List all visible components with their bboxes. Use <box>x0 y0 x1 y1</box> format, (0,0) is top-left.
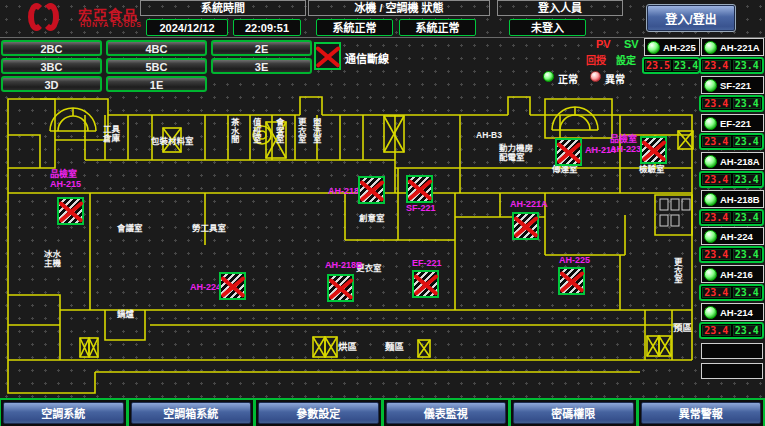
sv-label: SV <box>624 38 639 50</box>
room-label: 檢驗室 <box>639 165 665 174</box>
equipment-values: 23.4 23.4 <box>699 57 764 74</box>
login-logout-button[interactable]: 登入/登出 <box>647 5 735 31</box>
chiller-status-value: 系統正常 <box>316 19 393 36</box>
status-led-icon <box>704 79 717 92</box>
equipment-row[interactable]: SF-221 <box>701 76 764 94</box>
hmi-screen: 宏亞食品 HUNYA FOODS 系統時間 2024/12/12 22:09:5… <box>0 0 765 426</box>
nav-ahu-system-button[interactable]: 空調箱系統 <box>131 402 252 424</box>
equipment-row[interactable]: AH-214 <box>701 303 764 321</box>
bottom-nav: 空調系統 空調箱系統 參數設定 儀表監視 密碼權限 異常警報 <box>0 398 765 426</box>
sv-value: 23.4 <box>733 98 762 109</box>
company-name-en: HUNYA FOODS <box>80 21 142 28</box>
room-label: 傳達室 <box>552 165 578 174</box>
sv-value: 23.4 <box>733 212 762 223</box>
equipment-row[interactable]: AH-218B <box>701 190 764 208</box>
unit-label: AH-221A <box>510 200 548 210</box>
floor-button-3e[interactable]: 3E <box>211 58 312 74</box>
unit-label: 品檢室 AH-223 <box>610 135 641 155</box>
room-label: 麵區 <box>385 342 404 352</box>
login-user-label: 登入人員 <box>497 0 623 16</box>
nav-meter-monitor-button[interactable]: 儀表監視 <box>386 402 507 424</box>
comm-loss-marker[interactable] <box>406 175 433 203</box>
room-label: AH-B3 <box>476 131 502 140</box>
status-led-icon <box>704 268 717 281</box>
room-label: 鍋爐 <box>117 310 134 319</box>
unit-label: AH-218B <box>325 261 363 271</box>
sv-value: 23.4 <box>733 325 762 336</box>
comm-loss-marker[interactable] <box>358 176 385 204</box>
abnormal-led-icon <box>590 71 601 82</box>
sv-value: 23.4 <box>733 287 762 298</box>
room-label: 盥洗室 <box>311 118 320 144</box>
comm-loss-marker[interactable] <box>640 136 667 164</box>
comm-loss-marker[interactable] <box>327 274 354 302</box>
room-label: 創意室 <box>359 214 385 223</box>
ahu-status-value: 系統正常 <box>399 19 476 36</box>
comm-loss-marker[interactable] <box>57 197 84 225</box>
sv-value: 23.4 <box>733 60 762 71</box>
sv-value: 23.4 <box>733 174 762 185</box>
comm-loss-marker[interactable] <box>555 138 582 166</box>
equipment-values: 23.4 23.4 <box>699 95 764 112</box>
pv-value: 23.4 <box>702 325 731 336</box>
pv-value: 23.4 <box>702 287 731 298</box>
pv-label: PV <box>596 38 611 50</box>
status-led-icon <box>704 193 717 206</box>
status-led-icon <box>704 155 717 168</box>
pv-value: 23.4 <box>702 98 731 109</box>
comm-loss-marker[interactable] <box>412 270 439 298</box>
comm-loss-legend-icon <box>314 42 341 70</box>
comm-loss-legend-label: 通信斷線 <box>345 50 389 66</box>
floor-button-1e[interactable]: 1E <box>106 76 207 92</box>
equipment-row[interactable]: AH-224 <box>701 227 764 245</box>
floor-button-2e[interactable]: 2E <box>211 40 312 56</box>
equipment-row[interactable]: EF-221 <box>701 114 764 132</box>
unit-label: AH-225 <box>559 256 590 266</box>
abnormal-legend-label: 異常 <box>605 71 625 86</box>
nav-parameter-settings-button[interactable]: 參數設定 <box>258 402 379 424</box>
pv-value: 23.4 <box>702 174 731 185</box>
nav-abnormal-alarm-button[interactable]: 異常警報 <box>641 402 762 424</box>
equipment-row[interactable]: AH-225 <box>644 38 700 56</box>
pv-value: 23.4 <box>702 60 731 71</box>
floor-button-2bc[interactable]: 2BC <box>1 40 102 56</box>
sv-value: 23.4 <box>733 249 762 260</box>
room-label: 勞工具室 <box>192 224 226 233</box>
floor-button-5bc[interactable]: 5BC <box>106 58 207 74</box>
floor-button-4bc[interactable]: 4BC <box>106 40 207 56</box>
room-label: 更衣室 <box>296 118 305 144</box>
room-label: 預區 <box>673 323 692 333</box>
status-led-icon <box>704 41 717 54</box>
comm-loss-marker[interactable] <box>512 212 539 240</box>
room-label: 工具 倉庫 <box>103 125 120 144</box>
equipment-row[interactable]: AH-216 <box>701 265 764 283</box>
equipment-row[interactable]: AH-221A <box>701 38 764 56</box>
floor-button-3bc[interactable]: 3BC <box>1 58 102 74</box>
company-logo-icon <box>28 3 74 35</box>
pv-value: 23.4 <box>702 212 731 223</box>
room-label: 更衣室 <box>672 258 681 284</box>
feedback-label: 回授 <box>586 52 606 67</box>
unit-label: EF-221 <box>412 259 442 269</box>
system-date-value: 2024/12/12 <box>146 19 228 36</box>
room-label: 冰水 主機 <box>44 250 61 269</box>
sv-value: 23.4 <box>733 136 762 147</box>
equipment-values: 23.4 23.4 <box>699 133 764 150</box>
equipment-values: 23.4 23.4 <box>699 171 764 188</box>
room-label: 動力機房 配電室 <box>499 144 533 163</box>
sv-value: 23.4 <box>673 60 699 71</box>
pv-value: 23.5 <box>645 60 671 71</box>
status-led-icon <box>704 117 717 130</box>
nav-ac-system-button[interactable]: 空調系統 <box>3 402 124 424</box>
comm-loss-marker[interactable] <box>558 267 585 295</box>
comm-loss-marker[interactable] <box>219 272 246 300</box>
nav-password-permission-button[interactable]: 密碼權限 <box>513 402 634 424</box>
setting-label: 設定 <box>616 52 636 67</box>
equipment-row[interactable]: AH-218A <box>701 152 764 170</box>
floor-button-3d[interactable]: 3D <box>1 76 102 92</box>
login-user-value: 未登入 <box>509 19 586 36</box>
status-led-icon <box>704 230 717 243</box>
machine-status-label: 冰機 / 空調機 狀態 <box>308 0 490 16</box>
equipment-values: 23.5 23.4 <box>642 57 700 74</box>
status-led-icon <box>647 41 660 54</box>
